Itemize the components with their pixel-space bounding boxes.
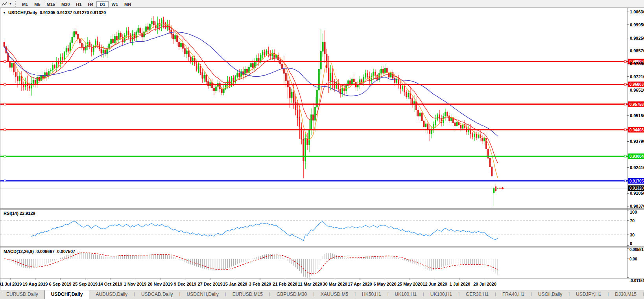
chart-tab-uk100-h1[interactable]: UK100,H1 [389,290,423,299]
timeframe-button-M1[interactable]: M1 [19,1,31,7]
svg-text:70: 70 [630,218,635,223]
chart-tab-gbpusd-m30[interactable]: GBPUSD,M30 [270,290,313,299]
timeframe-button-M15[interactable]: M15 [44,1,58,7]
svg-text:0.92410: 0.92410 [630,165,644,170]
chart-tab-usdjpy-h1[interactable]: USDJPY,H1 [570,290,607,299]
svg-text:9 Dec 2019: 9 Dec 2019 [174,282,196,286]
line-chart-icon[interactable] [1,1,8,7]
chart-tab-audusd-daily[interactable]: AUDUSD,Daily [89,290,134,299]
svg-text:0.97890: 0.97890 [630,61,644,66]
svg-text:0.93004: 0.93004 [629,154,644,159]
svg-text:20 Nov 2019: 20 Nov 2019 [148,282,173,286]
svg-text:17 Apr 2020: 17 Apr 2020 [348,282,372,286]
svg-text:27 Dec 2019: 27 Dec 2019 [198,282,223,286]
svg-text:0.90370: 0.90370 [630,204,644,209]
svg-text:6 Sep 2019: 6 Sep 2019 [49,282,72,286]
svg-text:0.98570: 0.98570 [630,48,644,53]
timeframe-button-MN[interactable]: MN [121,1,134,7]
timeframe-button-M5[interactable]: M5 [31,1,43,7]
svg-text:0.96803: 0.96803 [629,82,644,87]
svg-text:0.96510: 0.96510 [630,88,644,92]
svg-text:30: 30 [630,233,635,237]
svg-text:12 Jun 2020: 12 Jun 2020 [423,282,447,286]
chart-tab-fra40-h1[interactable]: FRA40,H1 [496,290,531,299]
chart-tab-bar: EURUSD,DailyUSDCHF,DailyAUDUSD,Daily|USD… [0,290,644,299]
chart-tab-eurusd-m15[interactable]: EURUSD,M15 [226,290,269,299]
chart-tab-eurusd-daily[interactable]: EURUSD,Daily [0,290,44,299]
svg-text:0.005818: 0.005818 [629,247,644,252]
chart-tab-usoil-daily[interactable]: USOil,Daily [532,290,568,299]
svg-text:0.99950: 0.99950 [630,22,644,27]
timeframe-button-H1[interactable]: H1 [73,1,85,7]
svg-text:30 Mar 2020: 30 Mar 2020 [323,282,347,286]
chart-tab-usdcnh-daily[interactable]: USDCNH,Daily [180,290,225,299]
svg-text:0.91320: 0.91320 [629,186,644,190]
timeframe-toolbar: ▼ M1M5M15M30H1H4D1W1MN [0,0,644,8]
svg-text:-0.01151: -0.01151 [629,279,644,283]
svg-text:15 Jan 2020: 15 Jan 2020 [223,282,247,286]
timeframe-button-H4[interactable]: H4 [85,1,96,7]
svg-text:0.99250: 0.99250 [630,36,644,41]
svg-text:14 Oct 2019: 14 Oct 2019 [98,282,122,286]
svg-text:0.95150: 0.95150 [630,113,644,118]
svg-text:0.91050: 0.91050 [630,191,644,196]
svg-text:0.00: 0.00 [629,257,637,261]
svg-text:6 May 2020: 6 May 2020 [373,282,396,286]
svg-text:25 May 2020: 25 May 2020 [397,282,423,286]
svg-text:0.93790: 0.93790 [630,139,644,144]
svg-text:0: 0 [630,241,632,246]
svg-text:1 Nov 2019: 1 Nov 2019 [124,282,146,286]
svg-text:21 Feb 2020: 21 Feb 2020 [273,282,297,286]
chart-tab-ger30-h1[interactable]: GER30,H1 [459,290,495,299]
price-chart-canvas[interactable]: 0.980080.968030.957580.944080.930040.917… [0,8,644,290]
svg-text:25 Sep 2019: 25 Sep 2019 [73,282,98,286]
mt4-terminal: ▼ M1M5M15M30H1H4D1W1MN 0.980080.968030.9… [0,0,644,299]
chart-tab-usdchf-daily[interactable]: USDCHF,Daily [44,290,90,299]
chart-tab-uk100-h1[interactable]: UK100,H1 [424,290,458,299]
svg-text:1.00630: 1.00630 [630,9,644,14]
timeframe-button-D1[interactable]: D1 [96,1,108,7]
chart-tabs: EURUSD,DailyUSDCHF,DailyAUDUSD,Daily|USD… [0,290,644,299]
svg-text:0.94408: 0.94408 [629,128,644,132]
svg-text:20 Jul 2020: 20 Jul 2020 [473,282,496,286]
timeframe-buttons: M1M5M15M30H1H4D1W1MN [19,0,134,7]
toolbar-grip[interactable] [15,1,16,7]
svg-text:100: 100 [630,210,637,214]
chart-window[interactable]: 0.980080.968030.957580.944080.930040.917… [0,8,644,290]
svg-text:19 Aug 2019: 19 Aug 2019 [23,282,48,286]
chart-tab-dj30-m15[interactable]: DJ30,M15 [609,290,643,299]
chart-tab-xauusd-m5[interactable]: XAUUSD,M5 [314,290,354,299]
svg-text:31 Jul 2019: 31 Jul 2019 [0,282,22,286]
chart-tab-hk50-h1[interactable]: HK50,H1 [356,290,388,299]
timeframe-button-W1[interactable]: W1 [109,1,122,7]
svg-text:0.97210: 0.97210 [630,74,644,79]
chart-tab-usdcad-daily[interactable]: USDCAD,Daily [135,290,179,299]
svg-text:11 Mar 2020: 11 Mar 2020 [298,282,322,286]
svg-text:1 Jul 2020: 1 Jul 2020 [450,282,471,286]
timeframe-button-M30[interactable]: M30 [58,1,73,7]
svg-text:0.95758: 0.95758 [629,102,644,107]
svg-text:3 Feb 2020: 3 Feb 2020 [249,282,271,286]
chart-tool-dropdown-caret[interactable]: ▼ [9,2,12,5]
svg-text:0.91705: 0.91705 [629,179,644,183]
